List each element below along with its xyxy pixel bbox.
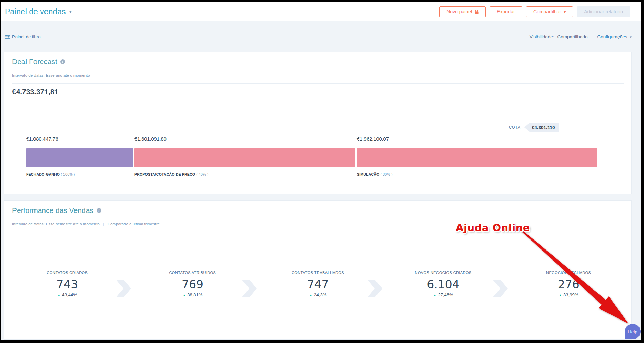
dashboard-screen: Painel de vendas Novo painel Exportar Co… [1,2,641,340]
increase-triangle-icon [182,293,186,297]
stage-label: SIMULAÇÃO ( 30% ) [357,172,393,176]
new-dashboard-label: Novo painel [446,9,472,14]
divider [12,83,624,84]
export-button[interactable]: Exportar [490,6,522,17]
metric-delta: 27,46% [381,292,506,297]
metric-value: 769 [130,278,255,291]
page-title: Painel de vendas [5,7,66,17]
stage-value: €1.962.100,07 [357,136,389,142]
deal-forecast-title-row: Deal Forecast [12,58,65,66]
kpi-metrics-row: CONTATOS CRIADOS 743 43,44% CONTATOS ATR… [4,271,631,297]
metric-label: NEGÓCIOS FECHADOS [506,271,631,275]
metric-contacts-assigned: CONTATOS ATRIBUÍDOS 769 38,81% [130,271,255,297]
metric-delta: 43,44% [4,292,130,297]
visibility-status: Visibilidade: Compartilhado [530,34,588,39]
annotation-text: Ajuda Online [456,222,530,234]
filter-sliders-icon [5,35,10,39]
funnel-bars [26,148,597,167]
increase-triangle-icon [559,293,562,297]
share-button[interactable]: Compartilhar [526,6,573,17]
add-report-label: Adicionar relatório [584,9,623,14]
sales-performance-card: Performance das Vendas Intervalo de data… [4,200,632,340]
deal-forecast-title: Deal Forecast [12,58,57,66]
funnel-bar-proposal [134,148,355,167]
help-button[interactable]: Help [625,324,641,339]
stage-label: FECHADO-GANHO ( 100% ) [26,172,75,176]
dashboard-content: Deal Forecast Intervalo de datas: Esse a… [1,52,641,340]
chevron-down-icon [630,34,632,39]
metric-value: 747 [255,278,381,291]
info-icon[interactable] [60,59,65,64]
funnel-bar-simulation [357,148,597,167]
performance-daterange-text: Intervalo de datas: Esse semestre até o … [12,222,100,226]
metric-deals-closed: NEGÓCIOS FECHADOS 276 33,99% [506,271,631,297]
quota-marker-line [555,122,555,167]
performance-comparison-text: Comparado a última trimestre [108,222,160,226]
quota-label: COTA [509,125,521,129]
metric-value: 743 [4,278,130,291]
metric-label: CONTATOS TRABALHADOS [255,271,381,275]
metric-delta: 33,99% [506,292,631,297]
filter-bar: Painel de filtro Visibilidade: Compartil… [1,21,641,52]
increase-triangle-icon [309,293,313,297]
metric-delta: 38,81% [130,292,255,297]
dashboard-header: Painel de vendas Novo painel Exportar Co… [1,2,641,21]
forecast-total-amount: €4.733.371,81 [12,88,58,96]
sales-performance-title-row: Performance das Vendas [12,206,101,215]
increase-triangle-icon [57,293,61,297]
funnel-bar-closed-won [26,148,133,167]
dashboard-title-dropdown[interactable]: Painel de vendas [5,7,72,17]
stage-value: €1.601.091,80 [134,136,167,142]
metric-contacts-created: CONTATOS CRIADOS 743 43,44% [4,271,130,297]
metric-new-deals-created: NOVOS NEGÓCIOS CRIADOS 6.104 27,46% [381,271,506,297]
sales-performance-daterange: Intervalo de datas: Esse semestre até o … [12,222,160,226]
chevron-down-icon [564,9,566,14]
header-actions: Novo painel Exportar Compartilhar Adicio… [439,6,630,17]
deal-forecast-card: Deal Forecast Intervalo de datas: Esse a… [4,52,632,194]
metric-value: 276 [506,278,631,291]
new-dashboard-button[interactable]: Novo painel [439,6,486,17]
deal-forecast-daterange: Intervalo de datas: Esse ano até o momen… [12,73,90,77]
visibility-value: Compartilhado [557,34,588,39]
metric-value: 6.104 [381,278,506,291]
sales-performance-title: Performance das Vendas [12,206,93,215]
deal-forecast-daterange-text: Intervalo de datas: Esse ano até o momen… [12,73,90,77]
metric-label: CONTATOS CRIADOS [4,271,130,275]
visibility-label: Visibilidade: [530,34,554,39]
quota-flag-badge: €4.301.110 [524,123,559,132]
share-label: Compartilhar [533,9,561,14]
add-report-button[interactable]: Adicionar relatório [577,6,630,17]
stage-value: €1.080.447,76 [26,136,58,142]
settings-label: Configurações [597,34,627,39]
export-label: Exportar [497,9,515,14]
metric-contacts-worked: CONTATOS TRABALHADOS 747 24,3% [255,271,381,297]
quota-marker: COTA €4.301.110 [509,123,559,132]
metric-delta: 24,3% [255,292,381,297]
metric-label: NOVOS NEGÓCIOS CRIADOS [381,271,506,275]
lock-icon [475,10,479,14]
settings-dropdown[interactable]: Configurações [597,34,632,39]
filter-panel-label: Painel de filtro [12,34,40,39]
separator: | [103,222,104,226]
stage-label: PROPOSTA/COTAÇÃO DE PREÇO ( 40% ) [134,172,209,176]
forecast-funnel-chart: €1.080.447,76 €1.601.091,80 €1.962.100,0… [26,118,597,182]
filter-panel-link[interactable]: Painel de filtro [5,34,40,39]
increase-triangle-icon [433,293,437,297]
info-icon[interactable] [97,208,101,213]
chevron-down-icon [69,9,72,15]
metric-label: CONTATOS ATRIBUÍDOS [130,271,255,275]
